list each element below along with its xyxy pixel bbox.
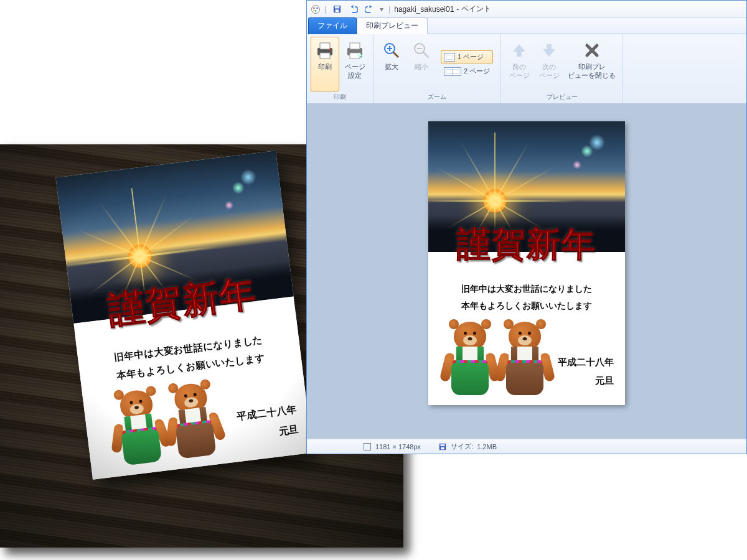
qat-undo-button[interactable] [346, 2, 360, 16]
undo-icon [349, 4, 358, 14]
qat-redo-button[interactable] [362, 2, 376, 16]
app-icon [311, 4, 321, 14]
save-icon [332, 4, 342, 14]
ribbon-group-preview-label: プレビュー [505, 91, 619, 103]
svg-rect-7 [335, 9, 339, 12]
tab-print-preview[interactable]: 印刷プレビュー [357, 17, 428, 34]
svg-point-3 [315, 10, 317, 12]
svg-point-2 [316, 7, 318, 9]
postcard-headline: 謹賀新年 [428, 222, 625, 268]
title-bar: | ▾ | hagaki_sakusei01 - ペイント [307, 1, 746, 18]
separator: | [324, 5, 326, 14]
status-size-value: 1.2MB [477, 443, 497, 450]
redo-icon [365, 4, 374, 14]
page-count-options: 1 ページ 2 ページ [437, 37, 497, 91]
one-page-label: 1 ページ [458, 52, 484, 62]
qat-save-button[interactable] [330, 2, 344, 16]
two-page-option[interactable]: 2 ページ [441, 65, 493, 78]
status-dimensions-value: 1181 × 1748px [375, 443, 421, 450]
ribbon: 印刷 ページ 設定 印刷 拡大 [307, 34, 746, 104]
two-page-label: 2 ページ [464, 67, 490, 76]
postcard-bears-image [437, 322, 558, 396]
separator: | [388, 5, 390, 14]
prev-page-button[interactable]: 前の ページ [505, 37, 533, 91]
window-title-doc: hagaki_sakusei01 [394, 5, 454, 14]
zoom-in-button[interactable]: 拡大 [377, 37, 406, 91]
one-page-option[interactable]: 1 ページ [441, 50, 493, 63]
status-bar: 1181 × 1748px サイズ: 1.2MB [307, 439, 746, 454]
printed-postcard: 謹賀新年 旧年中は大変お世話になりました 本年もよろしくお願いいたします [56, 151, 313, 480]
zoom-in-icon [380, 39, 403, 62]
svg-point-4 [313, 9, 314, 11]
svg-rect-21 [441, 444, 445, 446]
next-page-button[interactable]: 次の ページ [535, 37, 563, 91]
window-title-app: ペイント [461, 4, 491, 14]
svg-rect-13 [350, 43, 360, 49]
svg-rect-6 [334, 6, 339, 9]
window-title-sep: - [456, 5, 459, 14]
svg-rect-18 [364, 443, 371, 450]
paint-window: | ▾ | hagaki_sakusei01 - ペイント ファイル 印刷プレビ… [306, 0, 747, 454]
ribbon-group-zoom: 拡大 縮小 1 ページ 2 ページ [374, 34, 501, 103]
dimensions-icon [363, 442, 372, 451]
zoom-out-button[interactable]: 縮小 [407, 37, 436, 91]
preview-page: 謹賀新年 旧年中は大変お世話になりました 本年もよろしくお願いいたします [428, 121, 625, 405]
zoom-in-label: 拡大 [385, 63, 398, 72]
postcard-date: 平成二十八年 元旦 [558, 353, 616, 396]
printer-settings-icon [344, 39, 366, 62]
postcard-date: 平成二十八年 元旦 [236, 399, 303, 453]
ribbon-group-preview: 前の ページ 次の ページ 印刷プレ ビューを閉じる [501, 34, 623, 103]
qat-more-icon[interactable]: ▾ [380, 5, 383, 14]
svg-rect-22 [441, 447, 444, 449]
ribbon-group-print-label: 印刷 [311, 91, 369, 103]
svg-point-1 [313, 7, 315, 9]
zoom-out-label: 縮小 [415, 63, 428, 72]
postcard-body-line2: 本年もよろしくお願いいたします [437, 298, 616, 315]
svg-point-11 [329, 49, 331, 51]
svg-rect-19 [364, 443, 371, 450]
postcard-date-day: 元旦 [558, 371, 614, 390]
tab-file[interactable]: ファイル [308, 17, 357, 34]
svg-rect-9 [320, 43, 330, 49]
close-preview-button[interactable]: 印刷プレ ビューを閉じる [565, 37, 619, 91]
postcard-bears-image [92, 378, 242, 470]
zoom-out-icon [410, 39, 433, 62]
one-page-icon [444, 53, 455, 62]
page-setup-button[interactable]: ページ 設定 [341, 37, 369, 91]
status-dimensions: 1181 × 1748px [363, 442, 421, 451]
tab-strip: ファイル 印刷プレビュー [307, 18, 746, 34]
close-preview-label-2: ビューを閉じる [568, 72, 616, 80]
preview-canvas[interactable]: 謹賀新年 旧年中は大変お世話になりました 本年もよろしくお願いいたします [307, 104, 746, 439]
close-preview-label-1: 印刷プレ [578, 63, 606, 72]
close-icon [581, 39, 603, 62]
postcard-body-line1: 旧年中は大変お世話になりました [437, 281, 616, 298]
prev-page-label-1: 前の [512, 63, 526, 72]
svg-point-15 [357, 53, 361, 57]
status-size-label: サイズ: [451, 442, 473, 451]
next-page-label-1: 次の [542, 63, 556, 72]
page-setup-label-2: 設定 [348, 72, 362, 80]
disk-icon [438, 442, 447, 451]
postcard-message: 旧年中は大変お世話になりました 本年もよろしくお願いいたします [428, 268, 625, 322]
status-filesize: サイズ: 1.2MB [438, 442, 497, 451]
arrow-up-icon [508, 39, 530, 62]
svg-point-0 [312, 5, 320, 13]
ribbon-group-zoom-label: ズーム [377, 91, 497, 103]
next-page-label-2: ページ [539, 72, 560, 80]
print-button-label: 印刷 [318, 63, 332, 72]
arrow-down-icon [538, 39, 560, 62]
prev-page-label-2: ページ [509, 72, 530, 80]
two-page-icon [444, 67, 461, 76]
svg-rect-10 [320, 53, 330, 58]
ribbon-group-print: 印刷 ページ 設定 印刷 [307, 34, 374, 103]
page-setup-label-1: ページ [345, 63, 365, 72]
printer-icon [314, 39, 336, 62]
postcard-date-year: 平成二十八年 [558, 353, 614, 371]
print-button[interactable]: 印刷 [311, 37, 339, 91]
